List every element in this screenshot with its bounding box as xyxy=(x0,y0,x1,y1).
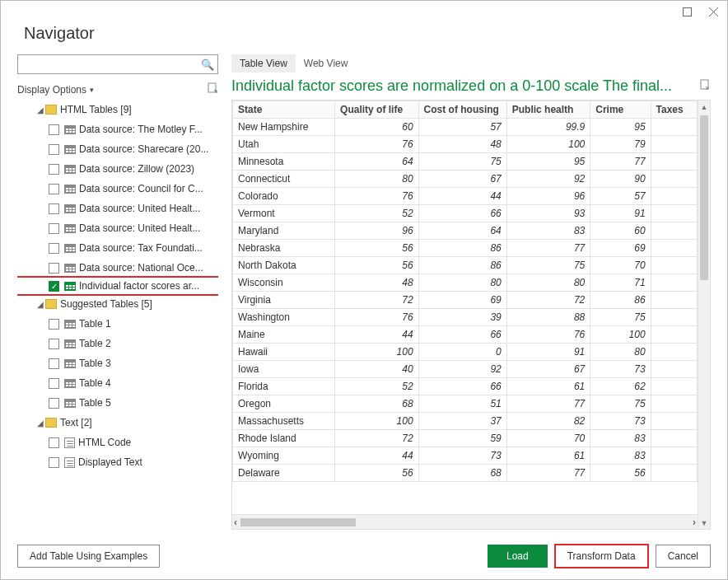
hscroll-thumb[interactable] xyxy=(240,518,356,526)
table-row[interactable]: Nebraska56867769 xyxy=(233,240,698,257)
cell: 73 xyxy=(418,447,506,465)
tree-item[interactable]: ✓Individual factor scores ar... xyxy=(17,276,218,296)
search-input[interactable] xyxy=(21,57,201,72)
table-row[interactable]: Connecticut80679290 xyxy=(233,171,698,188)
checkbox[interactable] xyxy=(49,457,59,468)
scroll-left-icon[interactable]: ‹ xyxy=(234,517,237,528)
checkbox[interactable]: ✓ xyxy=(49,281,59,292)
cell: 39 xyxy=(418,309,506,326)
cancel-button[interactable]: Cancel xyxy=(656,545,711,568)
tree-item[interactable]: Data source: Council for C... xyxy=(17,179,218,199)
table-row[interactable]: New Hampshire605799.995 xyxy=(233,119,698,136)
checkbox[interactable] xyxy=(49,243,59,254)
table-row[interactable]: Wyoming44736183 xyxy=(233,447,698,465)
checkbox[interactable] xyxy=(49,398,59,409)
tree-item[interactable]: Data source: Zillow (2023) xyxy=(17,159,218,179)
tree-group[interactable]: ◢HTML Tables [9] xyxy=(17,100,218,119)
search-icon[interactable]: 🔍 xyxy=(201,58,214,71)
cell: Wisconsin xyxy=(233,274,335,292)
table-row[interactable]: Wisconsin48808071 xyxy=(233,274,698,292)
table-row[interactable]: Oregon68517775 xyxy=(233,395,698,413)
cell: 68 xyxy=(335,395,419,413)
table-row[interactable]: Delaware56687756 xyxy=(233,465,698,482)
checkbox[interactable] xyxy=(49,124,59,135)
scroll-up-icon[interactable]: ▲ xyxy=(698,101,710,113)
checkbox[interactable] xyxy=(49,378,59,389)
checkbox[interactable] xyxy=(49,263,59,274)
cell: 73 xyxy=(590,361,651,378)
tree-item[interactable]: Displayed Text xyxy=(17,452,218,472)
column-header[interactable]: Taxes xyxy=(651,101,697,119)
tree-item[interactable]: Table 1 xyxy=(17,314,218,334)
right-pane: Table ViewWeb View Individual factor sco… xyxy=(231,54,711,530)
checkbox[interactable] xyxy=(49,144,59,155)
table-row[interactable]: Washington76398875 xyxy=(233,309,698,326)
tree-item[interactable]: Table 2 xyxy=(17,334,218,353)
table-row[interactable]: Rhode Island72597083 xyxy=(233,430,698,447)
tree-item[interactable]: Table 3 xyxy=(17,353,218,373)
table-row[interactable]: Maryland96648360 xyxy=(233,222,698,240)
tree-item[interactable]: Data source: United Healt... xyxy=(17,199,218,218)
tab-web-view[interactable]: Web View xyxy=(296,54,357,72)
load-button[interactable]: Load xyxy=(488,545,548,568)
cell: 75 xyxy=(506,257,590,274)
table-row[interactable]: Virginia72697286 xyxy=(233,292,698,309)
scroll-down-icon[interactable]: ▼ xyxy=(698,517,710,529)
add-table-examples-button[interactable]: Add Table Using Examples xyxy=(17,545,160,568)
data-table[interactable]: StateQuality of lifeCost of housingPubli… xyxy=(232,101,698,482)
vscroll-thumb[interactable] xyxy=(700,115,708,280)
checkbox[interactable] xyxy=(49,223,59,234)
checkbox[interactable] xyxy=(49,203,59,214)
checkbox[interactable] xyxy=(49,358,59,369)
column-header[interactable]: Cost of housing xyxy=(418,101,506,119)
refresh-icon[interactable] xyxy=(207,82,218,96)
cell: 62 xyxy=(590,378,651,395)
close-icon[interactable] xyxy=(702,2,724,21)
tree-item[interactable]: Data source: The Motley F... xyxy=(17,119,218,139)
cell: 76 xyxy=(335,188,419,205)
table-row[interactable]: Massachusetts100378273 xyxy=(233,413,698,430)
table-icon xyxy=(64,244,76,253)
table-row[interactable]: Maine446676100 xyxy=(233,326,698,344)
tree-item[interactable]: Data source: Sharecare (20... xyxy=(17,139,218,159)
tree-item[interactable]: Table 4 xyxy=(17,373,218,393)
vertical-scrollbar[interactable]: ▲ ▼ xyxy=(698,101,710,529)
checkbox[interactable] xyxy=(49,339,59,349)
show-options-icon[interactable] xyxy=(699,79,711,93)
horizontal-scrollbar[interactable]: ‹ › xyxy=(232,514,698,529)
cell: 68 xyxy=(418,465,506,482)
checkbox[interactable] xyxy=(49,184,59,194)
checkbox[interactable] xyxy=(49,319,59,330)
tree-item-label: Individual factor scores ar... xyxy=(79,280,199,292)
table-icon xyxy=(64,264,76,273)
table-icon xyxy=(64,165,76,174)
table-row[interactable]: Florida52666162 xyxy=(233,378,698,395)
tree-item[interactable]: Data source: National Oce... xyxy=(17,258,218,278)
display-options-dropdown[interactable]: Display Options ▾ xyxy=(17,84,94,96)
checkbox[interactable] xyxy=(49,164,59,175)
checkbox[interactable] xyxy=(49,437,59,448)
transform-data-button[interactable]: Transform Data xyxy=(554,544,649,568)
tab-table-view[interactable]: Table View xyxy=(231,54,296,72)
scroll-right-icon[interactable]: › xyxy=(693,517,696,528)
tree-group[interactable]: ◢Suggested Tables [5] xyxy=(17,294,218,314)
tree-group[interactable]: ◢Text [2] xyxy=(17,413,218,433)
table-row[interactable]: Iowa40926773 xyxy=(233,361,698,378)
column-header[interactable]: State xyxy=(233,101,335,119)
column-header[interactable]: Public health xyxy=(506,101,590,119)
tree-item[interactable]: Data source: United Healt... xyxy=(17,218,218,238)
table-row[interactable]: Vermont52669391 xyxy=(233,205,698,222)
tree-item[interactable]: HTML Code xyxy=(17,433,218,452)
column-header[interactable]: Quality of life xyxy=(335,101,419,119)
column-header[interactable]: Crime xyxy=(590,101,651,119)
table-row[interactable]: North Dakota56867570 xyxy=(233,257,698,274)
table-row[interactable]: Utah764810079 xyxy=(233,136,698,153)
maximize-icon[interactable] xyxy=(676,2,698,21)
table-row[interactable]: Minnesota64759577 xyxy=(233,153,698,171)
tree-item[interactable]: Table 5 xyxy=(17,393,218,413)
cell: 52 xyxy=(335,378,419,395)
search-box[interactable]: 🔍 xyxy=(17,54,218,74)
table-row[interactable]: Colorado76449657 xyxy=(233,188,698,205)
table-row[interactable]: Hawaii10009180 xyxy=(233,344,698,361)
tree-item[interactable]: Data source: Tax Foundati... xyxy=(17,238,218,258)
